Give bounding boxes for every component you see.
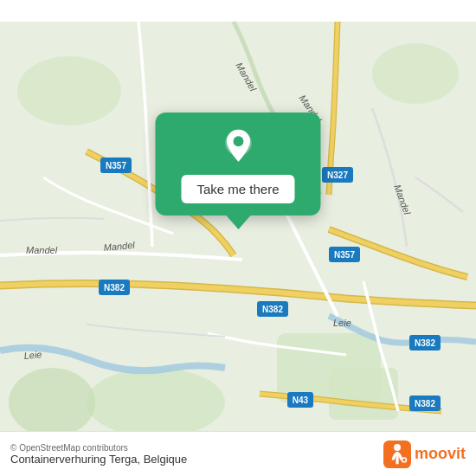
- popup-box: Take me there: [155, 113, 320, 215]
- svg-point-2: [372, 43, 459, 104]
- svg-text:N382: N382: [104, 283, 125, 293]
- svg-text:N382: N382: [262, 305, 283, 314]
- location-pin-icon: [219, 128, 257, 166]
- svg-text:Leie: Leie: [333, 318, 351, 328]
- bottom-bar: © OpenStreetMap contributors Containerve…: [0, 431, 476, 476]
- moovit-icon: [383, 441, 411, 468]
- svg-text:N382: N382: [415, 399, 435, 408]
- svg-point-34: [394, 444, 401, 451]
- svg-point-4: [87, 368, 225, 437]
- svg-text:Mandel: Mandel: [26, 245, 58, 255]
- svg-text:N327: N327: [327, 170, 348, 180]
- map-background: N357 N357 N327 N382 N382 N382 N382 N43 M…: [0, 0, 476, 476]
- svg-text:N43: N43: [293, 396, 309, 405]
- svg-text:Leie: Leie: [23, 349, 42, 361]
- attribution-text: © OpenStreetMap contributors: [10, 443, 187, 453]
- popup-arrow: [226, 215, 250, 229]
- svg-point-32: [233, 136, 243, 146]
- take-me-there-button[interactable]: Take me there: [181, 175, 294, 203]
- location-name-text: Containerverhuring Terga, Belgique: [10, 453, 187, 466]
- svg-text:N357: N357: [106, 161, 126, 170]
- svg-point-1: [17, 56, 121, 125]
- bottom-left: © OpenStreetMap contributors Containerve…: [10, 443, 187, 466]
- svg-text:N382: N382: [415, 338, 435, 348]
- svg-text:N357: N357: [334, 250, 355, 260]
- moovit-text: moovit: [415, 445, 466, 463]
- popup-card: Take me there: [155, 113, 320, 229]
- map-container: N357 N357 N327 N382 N382 N382 N382 N43 M…: [0, 0, 476, 476]
- svg-point-5: [9, 368, 95, 437]
- moovit-logo: moovit: [383, 441, 466, 468]
- svg-point-36: [402, 458, 405, 460]
